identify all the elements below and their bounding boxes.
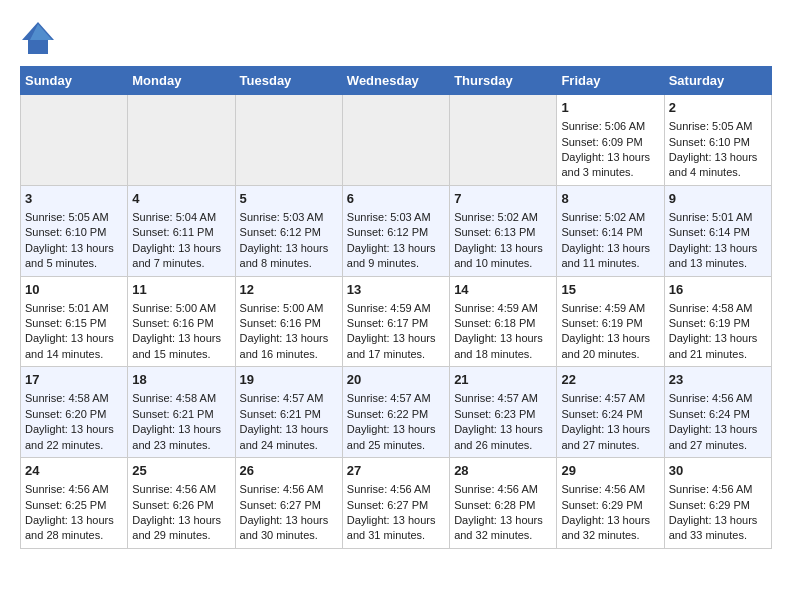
day-info: Sunset: 6:20 PM [25,407,123,422]
day-info: Sunset: 6:12 PM [347,225,445,240]
day-info: Sunset: 6:16 PM [132,316,230,331]
day-info: Sunrise: 5:05 AM [25,210,123,225]
day-info: Daylight: 13 hours and 16 minutes. [240,331,338,362]
day-number: 16 [669,281,767,299]
day-info: Daylight: 13 hours and 31 minutes. [347,513,445,544]
day-info: Sunset: 6:15 PM [25,316,123,331]
day-info: Sunset: 6:26 PM [132,498,230,513]
day-info: Sunrise: 4:59 AM [454,301,552,316]
day-info: Sunset: 6:19 PM [561,316,659,331]
day-info: Sunset: 6:17 PM [347,316,445,331]
column-header-tuesday: Tuesday [235,67,342,95]
day-info: Daylight: 13 hours and 29 minutes. [132,513,230,544]
day-cell [450,95,557,186]
day-info: Daylight: 13 hours and 11 minutes. [561,241,659,272]
day-number: 29 [561,462,659,480]
column-header-saturday: Saturday [664,67,771,95]
day-number: 3 [25,190,123,208]
day-info: Daylight: 13 hours and 24 minutes. [240,422,338,453]
day-cell: 9Sunrise: 5:01 AMSunset: 6:14 PMDaylight… [664,185,771,276]
day-info: Daylight: 13 hours and 15 minutes. [132,331,230,362]
day-number: 18 [132,371,230,389]
calendar-table: SundayMondayTuesdayWednesdayThursdayFrid… [20,66,772,549]
day-info: Sunset: 6:14 PM [669,225,767,240]
day-info: Daylight: 13 hours and 32 minutes. [454,513,552,544]
day-number: 14 [454,281,552,299]
day-cell: 28Sunrise: 4:56 AMSunset: 6:28 PMDayligh… [450,458,557,549]
day-number: 22 [561,371,659,389]
day-info: Daylight: 13 hours and 3 minutes. [561,150,659,181]
day-cell [235,95,342,186]
day-cell: 27Sunrise: 4:56 AMSunset: 6:27 PMDayligh… [342,458,449,549]
day-info: Sunset: 6:23 PM [454,407,552,422]
day-info: Sunrise: 5:02 AM [454,210,552,225]
day-info: Sunset: 6:12 PM [240,225,338,240]
day-info: Sunrise: 4:56 AM [454,482,552,497]
day-info: Daylight: 13 hours and 20 minutes. [561,331,659,362]
day-info: Sunset: 6:21 PM [240,407,338,422]
day-info: Sunset: 6:19 PM [669,316,767,331]
day-info: Daylight: 13 hours and 27 minutes. [669,422,767,453]
column-header-monday: Monday [128,67,235,95]
week-row-2: 3Sunrise: 5:05 AMSunset: 6:10 PMDaylight… [21,185,772,276]
day-cell: 22Sunrise: 4:57 AMSunset: 6:24 PMDayligh… [557,367,664,458]
day-info: Sunrise: 4:56 AM [25,482,123,497]
day-info: Daylight: 13 hours and 27 minutes. [561,422,659,453]
day-info: Daylight: 13 hours and 33 minutes. [669,513,767,544]
page-header [20,20,772,56]
day-info: Sunset: 6:21 PM [132,407,230,422]
day-cell: 11Sunrise: 5:00 AMSunset: 6:16 PMDayligh… [128,276,235,367]
day-cell: 10Sunrise: 5:01 AMSunset: 6:15 PMDayligh… [21,276,128,367]
day-info: Sunset: 6:25 PM [25,498,123,513]
day-cell: 7Sunrise: 5:02 AMSunset: 6:13 PMDaylight… [450,185,557,276]
day-info: Sunset: 6:29 PM [669,498,767,513]
day-info: Daylight: 13 hours and 18 minutes. [454,331,552,362]
day-info: Sunrise: 4:58 AM [132,391,230,406]
day-info: Sunset: 6:16 PM [240,316,338,331]
day-cell: 15Sunrise: 4:59 AMSunset: 6:19 PMDayligh… [557,276,664,367]
day-info: Sunrise: 4:57 AM [454,391,552,406]
day-info: Sunrise: 5:06 AM [561,119,659,134]
day-info: Daylight: 13 hours and 22 minutes. [25,422,123,453]
day-number: 11 [132,281,230,299]
day-info: Sunrise: 5:00 AM [132,301,230,316]
day-number: 6 [347,190,445,208]
day-info: Sunset: 6:13 PM [454,225,552,240]
day-info: Sunrise: 4:57 AM [240,391,338,406]
day-info: Sunset: 6:27 PM [240,498,338,513]
day-info: Daylight: 13 hours and 26 minutes. [454,422,552,453]
day-cell: 19Sunrise: 4:57 AMSunset: 6:21 PMDayligh… [235,367,342,458]
day-info: Sunset: 6:22 PM [347,407,445,422]
day-info: Sunrise: 4:58 AM [25,391,123,406]
logo-icon [20,20,56,56]
day-info: Sunset: 6:10 PM [669,135,767,150]
day-info: Sunrise: 5:00 AM [240,301,338,316]
week-row-4: 17Sunrise: 4:58 AMSunset: 6:20 PMDayligh… [21,367,772,458]
day-info: Sunset: 6:24 PM [561,407,659,422]
day-cell [342,95,449,186]
day-info: Sunrise: 4:59 AM [347,301,445,316]
day-info: Daylight: 13 hours and 8 minutes. [240,241,338,272]
day-info: Daylight: 13 hours and 32 minutes. [561,513,659,544]
day-info: Sunrise: 5:05 AM [669,119,767,134]
day-cell: 17Sunrise: 4:58 AMSunset: 6:20 PMDayligh… [21,367,128,458]
day-info: Daylight: 13 hours and 9 minutes. [347,241,445,272]
day-info: Daylight: 13 hours and 17 minutes. [347,331,445,362]
day-info: Sunset: 6:29 PM [561,498,659,513]
day-info: Sunrise: 4:59 AM [561,301,659,316]
day-number: 24 [25,462,123,480]
column-header-thursday: Thursday [450,67,557,95]
day-number: 21 [454,371,552,389]
day-info: Sunrise: 5:04 AM [132,210,230,225]
day-number: 25 [132,462,230,480]
day-info: Sunrise: 4:56 AM [240,482,338,497]
day-number: 30 [669,462,767,480]
day-info: Daylight: 13 hours and 7 minutes. [132,241,230,272]
day-info: Sunrise: 4:57 AM [347,391,445,406]
column-header-sunday: Sunday [21,67,128,95]
day-info: Sunrise: 4:56 AM [132,482,230,497]
day-info: Daylight: 13 hours and 30 minutes. [240,513,338,544]
day-number: 9 [669,190,767,208]
day-cell: 20Sunrise: 4:57 AMSunset: 6:22 PMDayligh… [342,367,449,458]
day-number: 28 [454,462,552,480]
